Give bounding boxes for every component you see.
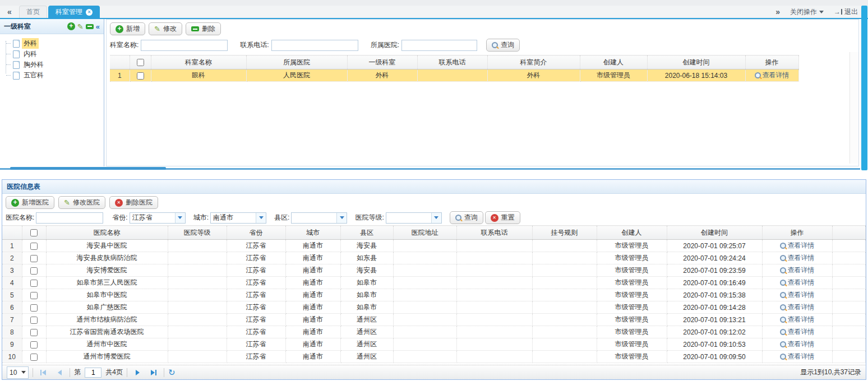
county-select[interactable]: [291, 212, 347, 224]
table-row[interactable]: 9 通州市中医院 江苏省 南通市 通州区 市级管理员 2020-07-01 09…: [2, 338, 866, 351]
row-number: 5: [2, 289, 22, 301]
add-dept-button[interactable]: + 新增: [110, 22, 145, 35]
view-detail-link[interactable]: 查看详情: [780, 315, 815, 324]
filler-cell: [832, 252, 866, 264]
cell-county: 如皋市: [340, 301, 393, 314]
tab-close-icon[interactable]: ✕: [86, 9, 93, 16]
vertical-scrollbar[interactable]: [861, 6, 867, 170]
row-checkbox[interactable]: [30, 292, 38, 299]
row-checkbox[interactable]: [30, 255, 38, 262]
delete-dept-button[interactable]: 删除: [186, 22, 221, 35]
tree-item-ent[interactable]: 五官科: [3, 70, 101, 81]
table-row[interactable]: 1 眼科 人民医院 外科 外科 市级管理员 2020-06-18 15:14:0…: [110, 69, 798, 82]
table-row[interactable]: 2 海安县皮肤病防治院 江苏省 南通市 如东县 市级管理员 2020-07-01…: [2, 252, 866, 264]
view-detail-link[interactable]: 查看详情: [780, 278, 815, 287]
scroll-tabs-right-icon[interactable]: »: [775, 7, 780, 16]
cell-created-time: 2020-07-01 09:24:24: [667, 252, 762, 264]
row-checkbox[interactable]: [30, 304, 38, 312]
filler-header: [832, 226, 866, 240]
view-detail-link[interactable]: 查看详情: [755, 71, 789, 80]
prev-page-button[interactable]: [53, 367, 66, 378]
hospital-header-row: 医院名称 医院等级 省份 城市 县区 医院地址 联系电话 挂号规则 创建人 创建…: [2, 226, 866, 240]
view-detail-link[interactable]: 查看详情: [780, 266, 815, 275]
cell-hospital-name: 海安博爱医院: [46, 264, 168, 277]
row-checkbox-cell: [130, 69, 151, 82]
dept-hospital-input[interactable]: [401, 40, 477, 51]
last-page-button[interactable]: [147, 367, 160, 378]
cell-creator: 市级管理员: [597, 277, 667, 289]
view-detail-link[interactable]: 查看详情: [780, 241, 815, 250]
tree-item-label: 外科: [22, 38, 39, 49]
column-header: 科室名称: [151, 55, 246, 69]
refresh-icon[interactable]: ↻: [168, 368, 176, 377]
tree-item-internal[interactable]: 内科: [3, 49, 101, 59]
dept-grid-scroll-track[interactable]: [849, 52, 858, 164]
tab-dept-management[interactable]: 科室管理 ✕: [48, 6, 100, 18]
table-row[interactable]: 1 海安县中医院 江苏省 南通市 海安县 市级管理员 2020-07-01 09…: [2, 240, 866, 252]
hospital-name-input[interactable]: [36, 212, 103, 224]
tree-item-surgery[interactable]: 外科: [3, 38, 101, 49]
view-detail-link[interactable]: 查看详情: [780, 352, 815, 361]
cell-phone: [456, 240, 532, 252]
row-checkbox[interactable]: [137, 72, 144, 80]
view-detail-link[interactable]: 查看详情: [780, 327, 815, 337]
magnifier-icon: [780, 255, 786, 261]
table-row[interactable]: 10 通州市博爱医院 江苏省 南通市 通州区 市级管理员 2020-07-01 …: [2, 351, 866, 363]
tree-add-icon[interactable]: +: [67, 22, 75, 30]
edit-hospital-button[interactable]: ✎ 修改医院: [58, 196, 105, 209]
next-page-button[interactable]: [131, 367, 144, 378]
tree-edit-icon[interactable]: ✎: [77, 23, 84, 30]
page-size-select[interactable]: 10: [7, 366, 29, 379]
page-total: 共4页: [105, 368, 123, 377]
dept-name-input[interactable]: [141, 40, 228, 51]
level-value: [386, 213, 431, 223]
edit-dept-button[interactable]: ✎ 修改: [149, 22, 182, 35]
level-select[interactable]: [386, 212, 442, 224]
search-icon: [455, 215, 461, 221]
row-checkbox[interactable]: [30, 243, 38, 250]
tab-home[interactable]: 首页: [19, 6, 47, 18]
table-row[interactable]: 4 如皋市第三人民医院 江苏省 南通市 如皋市 市级管理员 2020-07-01…: [2, 277, 866, 289]
filler-cell: [832, 326, 866, 338]
row-checkbox[interactable]: [30, 341, 38, 349]
first-page-button[interactable]: [37, 367, 49, 378]
tree-remove-icon[interactable]: [86, 24, 94, 29]
row-checkbox[interactable]: [30, 267, 38, 275]
select-all-checkbox[interactable]: [137, 59, 144, 66]
dept-search-button[interactable]: 查询: [486, 39, 520, 52]
table-row[interactable]: 5 如皋市中医院 江苏省 南通市 如皋市 市级管理员 2020-07-01 09…: [2, 289, 866, 301]
column-header: 操作: [762, 226, 832, 240]
page-title: 医院信息表: [7, 182, 40, 192]
page-number-input[interactable]: [85, 368, 101, 378]
hospital-reset-button[interactable]: ✕ 重置: [485, 211, 520, 224]
close-operations-button[interactable]: 关闭操作: [790, 7, 824, 17]
row-checkbox[interactable]: [30, 280, 38, 287]
dept-tree-sidebar: 一级科室 + ✎ « 外科 内科: [0, 19, 104, 166]
row-checkbox[interactable]: [30, 354, 38, 361]
dept-phone-input[interactable]: [271, 40, 358, 51]
table-row[interactable]: 7 通州市结核病防治院 江苏省 南通市 通州区 市级管理员 2020-07-01…: [2, 314, 866, 326]
table-row[interactable]: 8 江苏省国营南通农场医院 江苏省 南通市 通州区 市级管理员 2020-07-…: [2, 326, 866, 338]
cell-province: 江苏省: [227, 264, 285, 277]
hospital-search-button[interactable]: 查询: [450, 211, 483, 224]
horizontal-scrollbar[interactable]: [10, 167, 166, 170]
collapse-sidebar-icon[interactable]: «: [96, 22, 100, 31]
row-checkbox[interactable]: [30, 329, 38, 336]
delete-hospital-button[interactable]: ✕ 删除医院: [109, 196, 158, 209]
view-detail-link[interactable]: 查看详情: [780, 303, 815, 312]
table-row[interactable]: 3 海安博爱医院 江苏省 南通市 海安县 市级管理员 2020-07-01 09…: [2, 264, 866, 277]
tree-item-thoracic[interactable]: 胸外科: [3, 59, 101, 70]
cell-actions: 查看详情: [762, 326, 832, 338]
row-checkbox-cell: [22, 240, 46, 252]
scroll-tabs-left-icon[interactable]: «: [0, 6, 19, 18]
city-select[interactable]: 南通市: [210, 212, 266, 224]
logout-button[interactable]: → 退出: [834, 7, 858, 17]
view-detail-link[interactable]: 查看详情: [780, 340, 815, 349]
add-hospital-button[interactable]: + 新增医院: [6, 196, 54, 209]
table-row[interactable]: 6 如皋广慈医院 江苏省 南通市 如皋市 市级管理员 2020-07-01 09…: [2, 301, 866, 314]
row-checkbox[interactable]: [30, 317, 38, 324]
select-all-checkbox[interactable]: [30, 229, 38, 236]
view-detail-link[interactable]: 查看详情: [780, 253, 815, 263]
province-select[interactable]: 江苏省: [130, 212, 186, 224]
view-detail-link[interactable]: 查看详情: [780, 290, 815, 300]
